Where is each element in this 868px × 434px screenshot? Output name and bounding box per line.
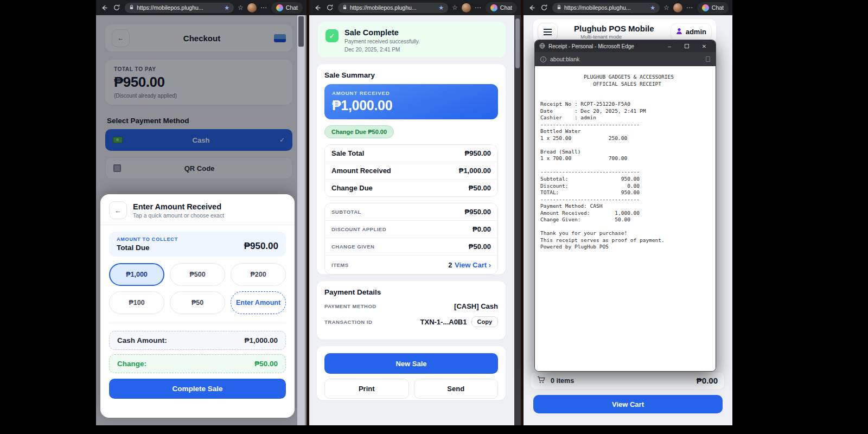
cash-amount-label: Cash Amount: bbox=[117, 336, 167, 344]
quick-amount-grid: ₱1,000 ₱500 ₱200 ₱100 ₱50 Enter Amount bbox=[109, 263, 286, 314]
sale-complete-page: ✓ Sale Complete Payment received success… bbox=[309, 15, 521, 425]
items-count: 2 bbox=[448, 261, 452, 269]
refresh-icon[interactable] bbox=[112, 3, 121, 12]
payment-method-row: PAYMENT METHOD [CASH] Cash bbox=[324, 302, 498, 310]
bookmark-star-icon[interactable]: ★ bbox=[438, 5, 444, 11]
sheet-title: Enter Amount Received bbox=[133, 202, 224, 211]
scrollbar-thumb[interactable] bbox=[515, 18, 520, 68]
transaction-id-value: TXN-1-...A0B1 bbox=[420, 318, 467, 326]
popup-page: PLUGHUB GADGETS & ACCESSORIES OFFICIAL S… bbox=[535, 66, 716, 371]
profile-avatar[interactable] bbox=[462, 3, 471, 12]
browser-toolbar: https://mobilepos.plughu... ★ ☆ ⋯ Chat bbox=[309, 0, 521, 15]
address-bar[interactable]: https://mobilepos.plughu... ★ bbox=[125, 3, 234, 13]
copilot-chat-button[interactable]: Chat bbox=[697, 2, 729, 14]
browser-toolbar: https://mobilepos.plughu... ★ ☆ ⋯ Chat bbox=[524, 0, 732, 15]
globe-icon bbox=[539, 41, 545, 51]
banner-timestamp: Dec 20, 2025, 2:41 PM bbox=[344, 46, 420, 53]
detail-row: CHANGE GIVEN ₱50.00 bbox=[325, 238, 497, 256]
complete-sale-button[interactable]: Complete Sale bbox=[109, 379, 286, 399]
popup-url: about:blank bbox=[550, 56, 702, 62]
popup-title: Receipt - Personal - Microsoft Edge bbox=[548, 43, 659, 49]
more-menu-icon[interactable]: ⋯ bbox=[686, 4, 693, 11]
amount-to-collect-box: AMOUNT TO COLLECT Total Due ₱950.00 bbox=[109, 232, 286, 257]
amount-received-box: AMOUNT RECEIVED ₱1,000.00 bbox=[324, 84, 498, 119]
quick-amount-1000[interactable]: ₱1,000 bbox=[109, 263, 164, 286]
popup-titlebar[interactable]: Receipt - Personal - Microsoft Edge – ✕ bbox=[535, 40, 716, 52]
summary-row: Change Due ₱50.00 bbox=[325, 180, 497, 196]
total-due-label: Total Due bbox=[117, 244, 178, 252]
back-icon[interactable] bbox=[527, 3, 536, 12]
sheet-subtitle: Tap a quick amount or choose exact bbox=[133, 212, 224, 219]
username: admin bbox=[686, 28, 706, 36]
cart-icon bbox=[537, 376, 546, 386]
quick-amount-500[interactable]: ₱500 bbox=[170, 263, 225, 286]
items-row: ITEMS 2 View Cart › bbox=[325, 256, 497, 274]
scrollbar[interactable] bbox=[514, 15, 521, 425]
amount-to-collect-label: AMOUNT TO COLLECT bbox=[117, 237, 178, 242]
minimize-button[interactable]: – bbox=[662, 41, 676, 51]
quick-amount-50[interactable]: ₱50 bbox=[170, 291, 225, 314]
hamburger-menu-button[interactable] bbox=[538, 23, 558, 41]
profile-avatar[interactable] bbox=[673, 3, 682, 12]
back-icon[interactable] bbox=[313, 3, 322, 12]
back-arrow-icon: ← bbox=[115, 207, 122, 214]
checkout-page: ← Checkout TOTAL TO PAY ₱950.00 (Discoun… bbox=[96, 15, 307, 425]
payment-details-title: Payment Details bbox=[324, 288, 498, 296]
view-cart-link[interactable]: View Cart › bbox=[455, 261, 491, 269]
view-cart-button[interactable]: View Cart bbox=[533, 395, 723, 413]
info-icon: i bbox=[540, 56, 546, 62]
new-sale-button[interactable]: New Sale bbox=[324, 353, 498, 374]
hamburger-icon bbox=[544, 29, 552, 30]
receipt-text: PLUGHUB GADGETS & ACCESSORIES OFFICIAL S… bbox=[535, 66, 716, 258]
maximize-button[interactable] bbox=[680, 41, 694, 51]
favorites-hub-icon[interactable]: ☆ bbox=[238, 4, 244, 11]
enter-amount-button[interactable]: Enter Amount bbox=[231, 291, 286, 314]
more-menu-icon[interactable]: ⋯ bbox=[260, 4, 267, 11]
copilot-chat-button[interactable]: Chat bbox=[271, 2, 303, 14]
sale-summary-title: Sale Summary bbox=[324, 71, 498, 79]
back-icon[interactable] bbox=[100, 3, 108, 12]
sheet-back-button[interactable]: ← bbox=[109, 201, 127, 219]
banner-title: Sale Complete bbox=[344, 28, 420, 37]
copilot-icon bbox=[702, 4, 709, 11]
user-chip[interactable]: admin bbox=[671, 23, 712, 41]
profile-avatar[interactable] bbox=[247, 3, 257, 12]
cash-amount-value: ₱1,000.00 bbox=[244, 336, 278, 344]
print-button[interactable]: Print bbox=[324, 379, 409, 399]
divider bbox=[100, 225, 295, 225]
refresh-icon[interactable] bbox=[326, 3, 334, 12]
address-bar[interactable]: https://mobilepos.plughu... ★ bbox=[552, 3, 660, 13]
page-icon[interactable] bbox=[706, 56, 710, 62]
bookmark-star-icon[interactable]: ★ bbox=[650, 5, 655, 11]
url-text: https://mobilepos.plughu... bbox=[350, 4, 436, 11]
url-text: https://mobilepos.plughu... bbox=[137, 4, 221, 11]
maximize-icon bbox=[685, 44, 689, 48]
app-title: Plughub POS Mobile bbox=[562, 24, 666, 33]
quick-amount-100[interactable]: ₱100 bbox=[109, 291, 164, 314]
copilot-chat-button[interactable]: Chat bbox=[486, 2, 517, 14]
divider bbox=[109, 323, 286, 323]
refresh-icon[interactable] bbox=[540, 3, 548, 12]
summary-rows-group: Sale Total ₱950.00 Amount Received ₱1,00… bbox=[324, 144, 498, 197]
close-button[interactable]: ✕ bbox=[697, 41, 711, 51]
address-bar[interactable]: https://mobilepos.plughu... ★ bbox=[338, 3, 448, 13]
favorites-hub-icon[interactable]: ☆ bbox=[452, 4, 458, 11]
more-menu-icon[interactable]: ⋯ bbox=[475, 4, 482, 11]
bookmark-star-icon[interactable]: ★ bbox=[224, 5, 229, 11]
summary-row: Sale Total ₱950.00 bbox=[325, 145, 497, 162]
scrollbar[interactable] bbox=[297, 15, 305, 425]
scrollbar-thumb[interactable] bbox=[298, 16, 304, 47]
lock-icon bbox=[342, 3, 347, 12]
cart-summary-bar: 0 items ₱0.00 bbox=[530, 372, 725, 390]
payment-details-card: Payment Details PAYMENT METHOD [CASH] Ca… bbox=[317, 281, 506, 340]
copy-button[interactable]: Copy bbox=[471, 316, 499, 327]
cart-total: ₱0.00 bbox=[697, 376, 718, 385]
quick-amount-200[interactable]: ₱200 bbox=[231, 263, 286, 286]
url-text: https://mobilepos.plughu... bbox=[564, 4, 647, 11]
popup-address-bar[interactable]: i about:blank bbox=[535, 52, 716, 66]
lock-icon bbox=[129, 3, 134, 12]
payment-method-value: [CASH] Cash bbox=[454, 302, 498, 310]
favorites-hub-icon[interactable]: ☆ bbox=[663, 4, 669, 11]
send-button[interactable]: Send bbox=[414, 379, 499, 399]
cart-items-count: 0 items bbox=[551, 377, 692, 385]
